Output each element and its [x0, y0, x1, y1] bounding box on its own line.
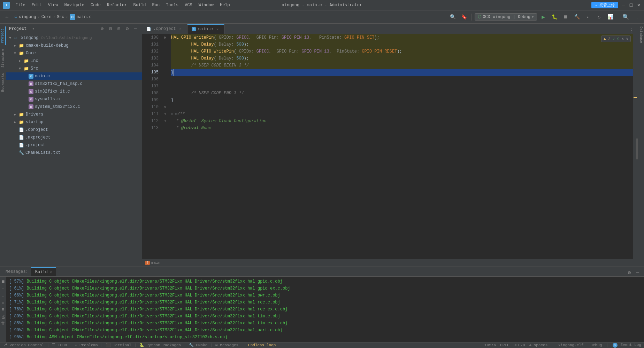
back-btn[interactable]: ← — [2, 12, 12, 22]
run-config-dropdown[interactable]: ⬡ OCD xingong | Debug ▾ — [475, 13, 537, 21]
locate-file-btn[interactable]: ⊕ — [99, 25, 106, 32]
tree-mxproject[interactable]: 📄 .mxproject — [6, 134, 142, 141]
search-everywhere-btn[interactable]: 🔍 — [448, 12, 458, 22]
terminal-btn[interactable]: ⬛ Terminal — [106, 343, 131, 347]
fold-icon-111[interactable]: ⊟ ⊟ — [171, 111, 177, 118]
maximize-btn[interactable]: □ — [629, 3, 634, 8]
nav-up-btn[interactable]: ∧ — [622, 37, 624, 41]
more-run-btn[interactable]: ▸ — [583, 12, 593, 22]
panel-close-btn[interactable]: ─ — [132, 25, 139, 32]
tree-drivers[interactable]: ▶ 📁 Drivers — [6, 111, 142, 118]
run-btn[interactable]: ▶ — [538, 12, 548, 22]
fold-111b[interactable]: ⊟ — [162, 118, 168, 125]
tree-src[interactable]: ▼ 📁 Src — [6, 65, 142, 72]
menu-refactor[interactable]: Refactor — [104, 2, 130, 8]
expand-all-btn[interactable]: ⊞ — [115, 25, 122, 32]
problems-btn[interactable]: ⚠ Problems — [75, 343, 98, 347]
build-filter2-icon[interactable]: ⊞ — [1, 307, 6, 312]
settings-btn[interactable]: ⋮ — [632, 12, 642, 22]
menu-help[interactable]: Help — [217, 2, 233, 8]
tree-cmake-build[interactable]: ▶ 📁 cmake-build-debug — [6, 42, 142, 49]
tree-core[interactable]: ▼ 📁 Core — [6, 49, 142, 57]
menu-vcs[interactable]: VCS — [182, 2, 195, 8]
tree-hal-msp[interactable]: C stm32f1xx_hal_msp.c — [6, 80, 142, 88]
line-ending-btn[interactable]: CRLF — [500, 343, 509, 347]
mainc-tab-close[interactable]: ✕ — [215, 27, 220, 32]
menu-tools[interactable]: Tools — [163, 2, 181, 8]
stop-btn[interactable]: ⏹ — [561, 12, 570, 22]
tree-system[interactable]: C system_stm32f1xx.c — [6, 103, 142, 111]
scroll-thumb[interactable] — [636, 139, 638, 159]
tree-project[interactable]: 📄 .project — [6, 141, 142, 149]
fold-100[interactable]: ⊖ — [162, 34, 168, 41]
bookmarks-sidebar-tab[interactable]: Bookmarks — [0, 71, 6, 94]
build-tab-close[interactable]: ✕ — [50, 270, 52, 274]
indent-btn[interactable]: 4 spaces — [529, 343, 548, 347]
tab-more-btn[interactable]: ⋮ — [628, 27, 635, 34]
code-area[interactable]: HAL_GPIO_WritePin( GPIOx: GPIOC, GPIO_Pi… — [168, 34, 633, 259]
tree-inc[interactable]: ▶ 📁 Inc — [6, 57, 142, 65]
build-print-icon[interactable]: 🖨 — [1, 315, 6, 320]
menu-navigate[interactable]: Navigate — [61, 2, 87, 8]
bookmark-btn[interactable]: 🔖 — [459, 12, 469, 22]
tree-syscalls[interactable]: C syscalls.c — [6, 95, 142, 103]
breadcrumb-project[interactable]: ⊞ xingong — [15, 14, 36, 19]
tree-hal-it[interactable]: C stm32f1xx_it.c — [6, 88, 142, 95]
menu-build[interactable]: Build — [130, 2, 148, 8]
version-control-btn[interactable]: ⎇ Version Control — [3, 343, 44, 347]
structure-sidebar-tab[interactable]: Structure — [0, 47, 6, 70]
nav-down-btn[interactable]: ∨ — [626, 37, 628, 41]
charset-btn[interactable]: UTF-8 — [514, 343, 525, 347]
menu-edit[interactable]: Edit — [29, 2, 45, 8]
menu-file[interactable]: File — [13, 2, 28, 8]
tree-main-c[interactable]: C main.c — [6, 72, 142, 80]
menu-code[interactable]: Code — [88, 2, 104, 8]
tab-cproject[interactable]: 📄 .cproject ✕ — [142, 24, 187, 34]
tab-mainc[interactable]: C main.c ✕ — [187, 24, 224, 34]
debug-btn[interactable]: 🐛 — [550, 12, 559, 22]
build-btn[interactable]: 🔨 — [572, 12, 582, 22]
panel-dropdown[interactable]: ▾ — [32, 27, 34, 31]
build-scroll-up[interactable]: ↑ — [1, 287, 6, 292]
breadcrumb-core[interactable]: Core — [41, 15, 52, 19]
collapse-all-btn[interactable]: ⊟ — [107, 25, 114, 32]
build-stop-icon[interactable]: ⏹ — [1, 279, 6, 284]
minimize-btn[interactable]: ─ — [621, 3, 626, 8]
database-tab[interactable]: Database — [638, 24, 644, 46]
search-btn[interactable]: 🔍 — [621, 12, 631, 22]
profile-btn[interactable]: 📊 — [605, 12, 615, 22]
tree-root[interactable]: ▼ ⊞ xingong D:\loulu\shisi\xingong — [6, 34, 142, 42]
rerun-btn[interactable]: ↻ — [594, 12, 604, 22]
panel-settings-btn[interactable]: ⚙ — [124, 25, 131, 32]
tree-cproject[interactable]: 📄 .cproject — [6, 126, 142, 134]
fold-111[interactable]: ⊟ — [162, 111, 168, 118]
editor-scrollbar[interactable] — [633, 34, 638, 259]
build-minimize-btn[interactable]: ─ — [634, 269, 641, 276]
build-line-2: [ 61%] Building C object CMakeFiles/xing… — [9, 285, 641, 292]
project-sidebar-tab[interactable]: Project — [0, 26, 6, 45]
event-log-btn[interactable]: 1 Event Log — [613, 343, 641, 348]
cmake-btn[interactable]: 🔧 CMake — [189, 343, 208, 347]
menu-run[interactable]: Run — [149, 2, 162, 8]
tree-cmakelists[interactable]: 🔧 CMakeLists.txt — [6, 149, 142, 157]
menu-window[interactable]: Window — [196, 2, 216, 8]
close-btn[interactable]: ✕ — [636, 3, 641, 8]
error-badge[interactable]: ▲ 2 ✓ 9 ∧ ∨ — [601, 35, 631, 42]
menu-view[interactable]: View — [45, 2, 61, 8]
cproject-tab-close[interactable]: ✕ — [178, 26, 183, 31]
breadcrumb-src[interactable]: Src — [57, 15, 64, 19]
build-trash-icon[interactable]: 🗑 — [1, 321, 6, 326]
fold-109[interactable]: ⊖ — [162, 104, 168, 111]
cloud-btn[interactable]: ☁ 托管上传 — [591, 2, 618, 8]
bottom-tab-build[interactable]: Build ✕ — [31, 267, 56, 276]
python-btn[interactable]: 🐍 Python Packages — [139, 343, 181, 347]
build-filter-icon[interactable]: ≡ — [1, 301, 6, 306]
tree-startup[interactable]: ▶ 📁 startup — [6, 118, 142, 126]
breadcrumb-filename[interactable]: main.c — [77, 15, 92, 19]
todo-btn[interactable]: ☰ TODO — [52, 343, 67, 347]
build-scroll-down[interactable]: ↓ — [1, 293, 6, 298]
build-settings-btn[interactable]: ⚙ — [626, 269, 633, 276]
run-config-status[interactable]: xingong.elf | Debug — [558, 343, 602, 347]
position-indicator[interactable]: 105:6 — [484, 343, 496, 347]
messages-btn[interactable]: ✉ Messages — [215, 343, 238, 347]
